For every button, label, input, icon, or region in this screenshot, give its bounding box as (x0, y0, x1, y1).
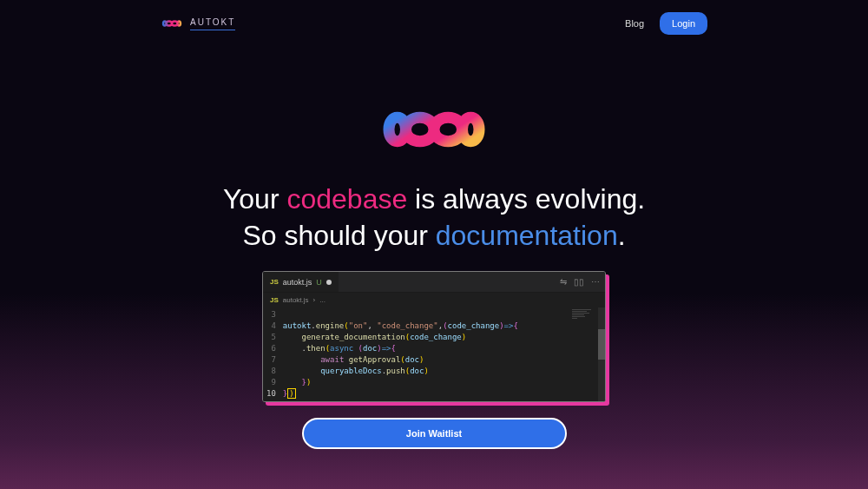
js-file-icon: JS (270, 278, 279, 286)
code-content[interactable]: autokt.engine("on", "code_change",(code_… (283, 307, 570, 401)
editor-actions: ⇋ ▯▯ ⋯ (560, 277, 600, 287)
line-numbers-gutter: 3 4 5 6 7 8 9 10 (263, 307, 283, 401)
nav-blog-link[interactable]: Blog (625, 18, 644, 29)
editor-scrollbar[interactable] (598, 307, 605, 401)
line-number: 5 (266, 332, 276, 343)
code-line: .then(async (doc)=>{ (283, 343, 570, 354)
split-icon[interactable]: ▯▯ (574, 277, 584, 287)
code-line: generate_documentation(code_change) (283, 332, 570, 343)
code-line: autokt.engine("on", "code_change",(code_… (283, 320, 570, 332)
tab-filename: autokt.js (283, 278, 312, 287)
more-icon[interactable]: ⋯ (591, 277, 600, 287)
hero-headline: Your codebase is always evolving. So sho… (223, 182, 645, 254)
code-line: await getApproval(doc) (283, 354, 570, 366)
scroll-thumb[interactable] (598, 329, 605, 360)
code-line: queryableDocs.push(doc) (283, 366, 570, 377)
line-number: 6 (266, 343, 276, 354)
editor-breadcrumb: JS autokt.js › ... (263, 293, 605, 307)
js-file-icon-small: JS (270, 296, 279, 304)
breadcrumb-more[interactable]: ... (319, 296, 326, 304)
join-waitlist-button[interactable]: Join Waitlist (302, 418, 567, 449)
editor-tab-bar: JS autokt.js U ⇋ ▯▯ ⋯ (263, 272, 605, 293)
line-number: 9 (266, 377, 276, 388)
code-line: }) (283, 377, 570, 388)
code-line: }) (283, 388, 570, 400)
line-number: 7 (266, 354, 276, 366)
breadcrumb-filename[interactable]: autokt.js (283, 296, 309, 304)
tab-modified-dot-icon (326, 280, 332, 285)
editor-tab[interactable]: JS autokt.js U (263, 272, 339, 292)
headline-text-4: . (618, 220, 626, 251)
breadcrumb-separator: › (313, 296, 316, 304)
line-number: 4 (266, 320, 276, 332)
infinity-icon-small (161, 17, 183, 30)
main-content: Your codebase is always evolving. So sho… (0, 47, 868, 449)
code-line (283, 309, 570, 320)
login-button[interactable]: Login (660, 12, 707, 35)
line-number: 3 (266, 309, 276, 320)
headline-highlight-codebase: codebase (286, 183, 407, 215)
brand-text: AUTOKT (190, 17, 235, 30)
line-number: 8 (266, 366, 276, 377)
headline-text-3: So should your (242, 220, 435, 251)
nav-right: Blog Login (625, 12, 707, 35)
brand-logo-group[interactable]: AUTOKT (161, 17, 235, 30)
code-editor-card: JS autokt.js U ⇋ ▯▯ ⋯ JS autokt.js › ...… (262, 271, 606, 402)
headline-text-2: is always evolving. (407, 183, 645, 215)
compare-icon[interactable]: ⇋ (560, 277, 567, 287)
line-number-current: 10 (266, 388, 276, 400)
tab-git-status: U (316, 278, 322, 287)
headline-highlight-documentation: documentation (436, 220, 618, 251)
header: AUTOKT Blog Login (0, 0, 868, 47)
infinity-icon-hero (378, 99, 490, 160)
minimap[interactable] (570, 307, 598, 401)
editor-body: 3 4 5 6 7 8 9 10 autokt.engine("on", "co… (263, 307, 605, 401)
headline-text-1: Your (223, 183, 287, 215)
